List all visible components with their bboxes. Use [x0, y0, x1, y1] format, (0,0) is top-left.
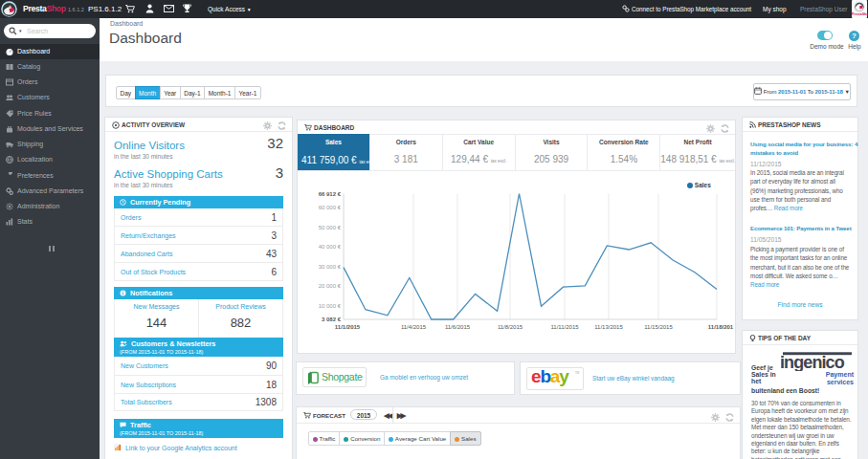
svg-text:40 000 €: 40 000 € — [319, 244, 342, 250]
svg-text:11/15/2015: 11/15/2015 — [644, 324, 673, 330]
svg-text:3 082 €: 3 082 € — [322, 317, 342, 322]
svg-text:20 000 €: 20 000 € — [319, 283, 342, 289]
svg-text:11/4/2015: 11/4/2015 — [401, 324, 427, 330]
svg-text:50 000 €: 50 000 € — [319, 225, 342, 230]
svg-text:11/6/2015: 11/6/2015 — [445, 324, 471, 330]
svg-text:11/18/201: 11/18/201 — [708, 324, 734, 330]
svg-text:30 000 €: 30 000 € — [319, 264, 342, 270]
svg-text:11/8/2015: 11/8/2015 — [498, 324, 523, 330]
svg-text:11/11/2015: 11/11/2015 — [550, 324, 579, 330]
svg-text:66 912 €: 66 912 € — [319, 191, 342, 197]
svg-text:11/1/2015: 11/1/2015 — [335, 324, 361, 330]
svg-text:10 000 €: 10 000 € — [319, 303, 342, 309]
svg-text:ingenico: ingenico — [781, 353, 845, 371]
svg-text:11/13/2015: 11/13/2015 — [594, 324, 623, 330]
svg-text:60 000 €: 60 000 € — [319, 205, 342, 210]
